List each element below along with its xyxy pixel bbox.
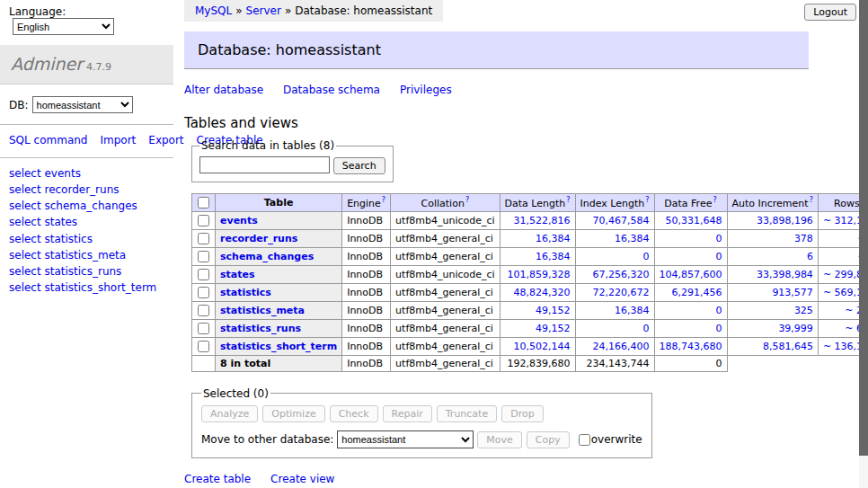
cell-data-length[interactable]: 10,502,144 — [500, 337, 575, 355]
table-name-link[interactable]: recorder_runs — [220, 233, 297, 244]
help-icon[interactable]: ? — [566, 196, 570, 204]
total-row: 8 in totalInnoDButf8mb4_general_ci192,83… — [192, 355, 868, 371]
cell-auto-increment[interactable]: 33,898,196 — [727, 211, 818, 229]
table-name-link[interactable]: statistics_runs — [220, 323, 301, 334]
cell-auto-increment[interactable]: 33,398,984 — [727, 265, 818, 283]
select-statistics-runs-link[interactable]: select statistics_runs — [9, 263, 166, 279]
table-name-link[interactable]: statistics — [220, 287, 271, 298]
overwrite-checkbox[interactable] — [579, 434, 590, 446]
cell-data-free[interactable]: 104,857,600 — [654, 265, 727, 283]
col-header-data-free: Data Free? — [654, 193, 727, 211]
move-row: Move to other database:homeassistantMove… — [201, 430, 642, 448]
cell-data-length[interactable]: 16,384 — [500, 229, 575, 247]
cell-data-free[interactable]: 0 — [654, 319, 727, 337]
create-view-link[interactable]: Create view — [270, 473, 334, 485]
row-checkbox[interactable] — [198, 323, 209, 334]
cell-index-length[interactable]: 70,467,584 — [575, 211, 654, 229]
drop-button[interactable]: Drop — [501, 405, 543, 422]
cell-data-length[interactable]: 101,859,328 — [500, 265, 575, 283]
cell-auto-increment[interactable]: 325 — [727, 301, 818, 319]
cell-data-length[interactable]: 16,384 — [500, 247, 575, 265]
cell-data-length[interactable]: 48,824,320 — [500, 283, 575, 301]
row-checkbox[interactable] — [198, 287, 209, 298]
scrollbar-thumb[interactable] — [859, 0, 868, 456]
cell-data-free[interactable]: 0 — [654, 301, 727, 319]
db-select[interactable]: homeassistant — [32, 96, 133, 113]
create-table-link[interactable]: Create table — [184, 473, 251, 485]
cell-data-length[interactable]: 49,152 — [500, 301, 575, 319]
table-name-link[interactable]: schema_changes — [220, 251, 314, 262]
select-all-checkbox[interactable] — [198, 197, 209, 209]
logout-button[interactable]: Logout — [804, 4, 856, 21]
cell-data-length[interactable]: 31,522,816 — [500, 211, 575, 229]
row-checkbox[interactable] — [198, 341, 209, 352]
help-icon[interactable]: ? — [465, 196, 469, 204]
export-link[interactable]: Export — [148, 134, 183, 146]
help-icon[interactable]: ? — [382, 196, 385, 204]
scrollbar[interactable] — [859, 0, 868, 488]
cell-data-free[interactable]: 0 — [654, 229, 727, 247]
help-icon[interactable]: ? — [645, 196, 649, 204]
select-recorder-runs-link[interactable]: select recorder_runs — [9, 182, 166, 198]
cell-auto-increment[interactable]: 6 — [727, 247, 818, 265]
row-checkbox[interactable] — [198, 269, 209, 280]
cell-auto-increment[interactable]: 378 — [727, 229, 818, 247]
row-checkbox[interactable] — [198, 233, 209, 244]
table-name-link[interactable]: statistics_short_term — [220, 341, 337, 352]
import-link[interactable]: Import — [100, 134, 136, 146]
search-input[interactable] — [199, 156, 330, 173]
col-header-index-length: Index Length? — [575, 193, 654, 211]
cell-collation: utf8mb4_unicode_ci — [391, 211, 500, 229]
select-schema-changes-link[interactable]: select schema_changes — [9, 198, 166, 214]
cell-data-free[interactable]: 0 — [654, 247, 727, 265]
table-name-link[interactable]: statistics_meta — [220, 305, 305, 316]
cell-data-length[interactable]: 49,152 — [500, 319, 575, 337]
cell-collation: utf8mb4_general_ci — [391, 229, 500, 247]
overwrite-option: overwrite — [578, 433, 642, 446]
select-states-link[interactable]: select states — [9, 214, 166, 230]
table-name-link[interactable]: states — [220, 269, 255, 280]
move-button[interactable]: Move — [477, 431, 522, 448]
cell-index-length[interactable]: 16,384 — [575, 301, 654, 319]
select-statistics-link[interactable]: select statistics — [9, 231, 166, 247]
cell-index-length[interactable]: 24,166,400 — [575, 337, 654, 355]
cell-index-length[interactable]: 72,220,672 — [575, 283, 654, 301]
row-checkbox[interactable] — [198, 215, 209, 226]
help-icon[interactable]: ? — [713, 196, 716, 204]
breadcrumb-link-server[interactable]: Server — [246, 4, 281, 17]
cell-index-length[interactable]: 16,384 — [575, 229, 654, 247]
check-button[interactable]: Check — [330, 405, 378, 422]
cell-data-free[interactable]: 50,331,648 — [654, 211, 727, 229]
copy-button[interactable]: Copy — [527, 431, 570, 448]
cell-index-length[interactable]: 67,256,320 — [575, 265, 654, 283]
row-checkbox[interactable] — [198, 251, 209, 262]
cell-data-free[interactable]: 188,743,680 — [654, 337, 727, 355]
optimize-button[interactable]: Optimize — [262, 405, 324, 422]
table-row: statistics_short_termInnoDButf8mb4_gener… — [192, 337, 868, 355]
table-row: eventsInnoDButf8mb4_unicode_ci31,522,816… — [192, 211, 868, 229]
select-statistics-meta-link[interactable]: select statistics_meta — [9, 247, 166, 263]
search-button[interactable]: Search — [333, 157, 385, 174]
table-name-link[interactable]: events — [220, 215, 258, 226]
cell-index-length[interactable]: 0 — [575, 319, 654, 337]
language-select[interactable]: English — [13, 18, 114, 35]
cell-engine: InnoDB — [342, 283, 391, 301]
cell-auto-increment[interactable]: 913,577 — [727, 283, 818, 301]
database-schema-link[interactable]: Database schema — [283, 84, 380, 96]
help-icon[interactable]: ? — [810, 196, 813, 204]
privileges-link[interactable]: Privileges — [400, 84, 452, 96]
repair-button[interactable]: Repair — [383, 405, 432, 422]
alter-database-link[interactable]: Alter database — [184, 84, 263, 96]
truncate-button[interactable]: Truncate — [437, 405, 497, 422]
breadcrumb-link-mysql[interactable]: MySQL — [195, 4, 232, 17]
sql-command-link[interactable]: SQL command — [9, 134, 87, 146]
analyze-button[interactable]: Analyze — [201, 405, 258, 422]
select-events-link[interactable]: select events — [9, 165, 166, 182]
move-db-select[interactable]: homeassistant — [337, 430, 474, 448]
cell-data-free[interactable]: 6,291,456 — [654, 283, 727, 301]
row-checkbox[interactable] — [198, 305, 209, 316]
cell-auto-increment[interactable]: 8,581,645 — [727, 337, 818, 355]
select-statistics-short-term-link[interactable]: select statistics_short_term — [9, 279, 166, 296]
cell-index-length[interactable]: 0 — [575, 247, 654, 265]
cell-auto-increment[interactable]: 39,999 — [727, 319, 818, 337]
